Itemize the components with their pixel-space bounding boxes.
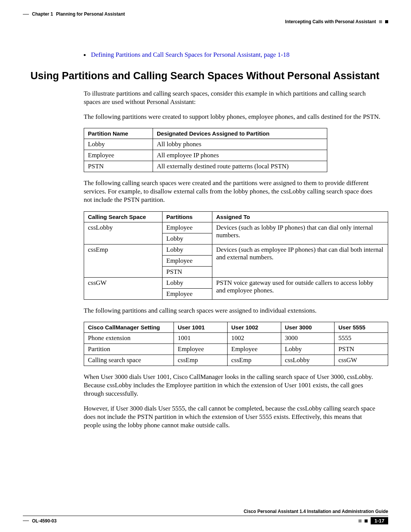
table-cell: cssLobby [84,222,162,244]
table-cell: cssGW [335,355,388,366]
table-cell: 1001 [174,332,228,343]
table-cell: Partition [84,343,174,355]
table-row: cssGW Lobby PSTN voice gateway used for … [84,277,388,288]
table-cell: cssEmp [84,244,162,277]
table-row: PSTN All externally destined route patte… [84,161,327,172]
header-marker-icon [385,20,388,23]
table-cell: Employee [162,222,212,233]
table-cell: Employee [162,255,212,266]
table-cell: 5555 [335,332,388,343]
table-cell: Lobby [84,139,153,150]
table-row: cssEmp Lobby Devices (such as employee I… [84,244,388,255]
footer-guide-title: Cisco Personal Assistant 1.4 Installatio… [23,509,388,514]
footer-rule-icon [23,516,388,516]
table-cell: Employee [84,150,153,161]
bullet-icon [84,54,86,56]
doc-id: OL-4590-03 [32,518,57,524]
paragraph: However, if User 3000 dials User 5555, t… [84,404,381,430]
table-cell: All lobby phones [153,139,327,150]
bullet-item: Defining Partitions and Call Search Spac… [84,51,388,59]
table-header: User 3000 [281,322,335,332]
table-row: Partition Employee Employee Lobby PSTN [84,343,388,355]
footer-rule-icon [23,521,29,521]
paragraph: When User 3000 dials User 1001, Cisco Ca… [84,373,381,398]
header-rule-icon [23,14,29,14]
table-cell: Devices (such as lobby IP phones) that c… [212,222,388,244]
table-header: Calling Search Space [84,211,162,222]
extension-table: Cisco CallManager Setting User 1001 User… [84,322,388,366]
table-cell: Calling search space [84,355,174,366]
table-cell: Devices (such as employee IP phones) tha… [212,244,388,277]
paragraph: The following partitions and calling sea… [84,307,381,315]
footer-marker-icon [365,519,368,522]
table-cell: PSTN [335,343,388,355]
partition-table: Partition Name Designated Devices Assign… [84,128,327,172]
section-title: Intercepting Calls with Personal Assista… [285,19,376,24]
table-cell: PSTN voice gateway used for outside call… [212,277,388,299]
table-cell: cssGW [84,277,162,299]
table-cell: PSTN [84,161,153,172]
table-cell: cssEmp [227,355,281,366]
table-row: cssLobby Employee Devices (such as lobby… [84,222,388,233]
css-table: Calling Search Space Partitions Assigned… [84,211,388,300]
page-number: 1-17 [371,517,388,524]
header-left: Chapter 1 Planning for Personal Assistan… [23,11,125,17]
table-cell: 1002 [227,332,281,343]
table-header: Designated Devices Assigned to Partition [153,128,327,139]
table-header: Partitions [162,211,212,222]
header-marker-icon [379,20,382,23]
page-footer: Cisco Personal Assistant 1.4 Installatio… [23,509,388,524]
table-row: Phone extension 1001 1002 3000 5555 [84,332,388,343]
table-header: User 1002 [227,322,281,332]
table-cell: Lobby [162,244,212,255]
footer-marker-icon [358,519,362,522]
table-cell: cssEmp [174,355,228,366]
table-cell: Lobby [162,277,212,288]
table-row: Lobby All lobby phones [84,139,327,150]
table-cell: Employee [227,343,281,355]
table-header: Assigned To [212,211,388,222]
chapter-label: Chapter 1 [32,11,53,17]
table-header: User 1001 [174,322,228,332]
header-right: Intercepting Calls with Personal Assista… [285,19,388,24]
table-cell: Employee [174,343,228,355]
table-header: Cisco CallManager Setting [84,322,174,332]
xref-link[interactable]: Defining Partitions and Call Search Spac… [91,51,290,59]
paragraph: The following partitions were created to… [84,113,381,121]
chapter-title: Planning for Personal Assistant [56,11,125,17]
footer-left: OL-4590-03 [23,518,57,524]
table-cell: All employee IP phones [153,150,327,161]
table-row: Calling search space cssEmp cssEmp cssLo… [84,355,388,366]
table-row: Employee All employee IP phones [84,150,327,161]
paragraph: The following calling search spaces were… [84,179,381,204]
paragraph: To illustrate partitions and calling sea… [84,89,381,106]
section-heading: Using Partitions and Calling Search Spac… [30,70,388,82]
table-header: User 5555 [335,322,388,332]
table-cell: cssLobby [281,355,335,366]
table-cell: Phone extension [84,332,174,343]
table-cell: Employee [162,288,212,299]
table-header: Partition Name [84,128,153,139]
page-header: Chapter 1 Planning for Personal Assistan… [23,11,388,24]
table-cell: All externally destined route patterns (… [153,161,327,172]
table-cell: Lobby [281,343,335,355]
footer-right: 1-17 [358,517,388,524]
table-cell: 3000 [281,332,335,343]
table-cell: PSTN [162,266,212,277]
table-cell: Lobby [162,233,212,244]
